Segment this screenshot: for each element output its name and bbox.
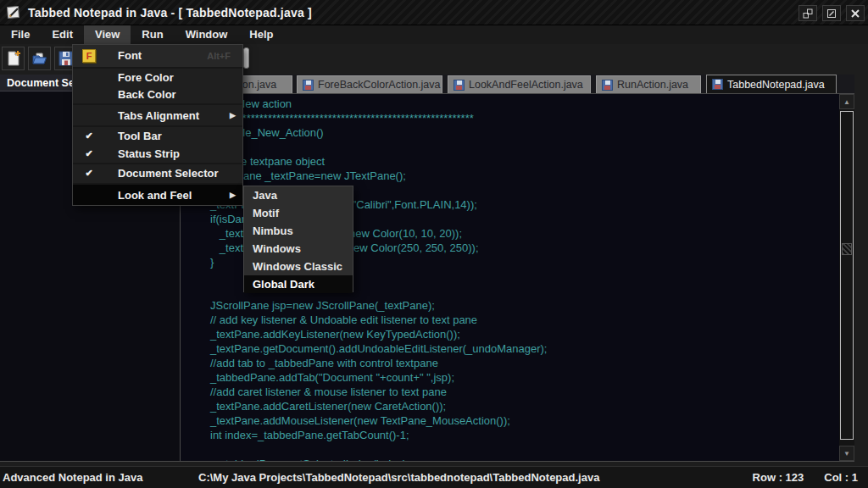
app-window: Tabbed Notepad in Java - [ TabbedNotepad… [0,0,868,488]
checkmark-icon: ✔ [85,130,92,141]
code-line: //add caret listener & mouse listener to… [210,385,854,399]
code-line: _tabbedPane.setSelectedIndex(index); [210,457,854,462]
laf-item-global-dark-selected[interactable]: Global Dark [244,275,353,293]
title-bar: Tabbed Notepad in Java - [ TabbedNotepad… [0,0,868,25]
laf-item-windows-classic[interactable]: Windows Classic [244,258,353,275]
status-col-indicator: Col : 1 [824,471,858,484]
code-line: //create textpane object [210,154,854,169]
tab-label: ForeBackColorAction.java [318,79,441,91]
menu-window[interactable]: Window [175,25,239,44]
code-line: void File_New_Action() [210,125,854,140]
submenu-arrow-icon: ▶ [230,191,236,199]
code-line: _textPane.getDocument().addUndoableEditL… [210,341,854,356]
floppy-disk-icon [712,79,723,90]
font-shortcut: Alt+F [207,51,231,61]
code-line: // add key listener & Undoable edit list… [210,313,854,327]
checkmark-icon: ✔ [85,168,92,179]
code-line: _tabbedPane.addTab("Document "+count+" "… [210,370,854,385]
window-maximize-icon [826,8,837,19]
menu-item-tabs-alignment[interactable]: Tabs Alignment ▶ [73,105,242,125]
menu-item-fore-color[interactable]: Fore Color [73,69,242,86]
floppy-disk-icon [303,80,314,91]
open-file-button[interactable] [28,47,51,70]
laf-item-nimbus[interactable]: Nimbus [244,222,353,240]
notepad-pencil-icon [7,5,21,19]
code-line: //File New action [210,97,854,111]
tab-bar: FontAction.java ForeBackColorAction.java… [181,75,854,93]
toolbar-grip[interactable] [243,47,249,69]
menu-item-document-selector[interactable]: ✔ Document Selector [73,164,242,184]
scroll-up-button[interactable]: ▲ [839,94,854,109]
window-title: Tabbed Notepad in Java - [ TabbedNotepad… [28,6,312,19]
tab-label: LookAndFeelAction.java [469,79,583,91]
window-close-icon [850,8,860,19]
scroll-down-button[interactable]: ▼ [839,446,854,461]
tab-runaction[interactable]: RunAction.java [596,75,701,93]
vertical-scrollbar[interactable]: ▲ ▼ [839,94,854,461]
menu-item-font[interactable]: F Font Alt+F [73,45,242,67]
arrow-up-icon: ▲ [843,98,850,106]
code-line: //add tab to _tabbedPane with control te… [210,356,854,370]
code-line: //**************************************… [210,111,854,125]
laf-item-motif[interactable]: Motif [244,204,353,222]
menu-help[interactable]: Help [238,25,284,44]
window-restore-button[interactable] [798,5,817,21]
code-line [210,442,854,457]
status-row-indicator: Row : 123 [753,471,804,484]
floppy-disk-icon [453,80,465,91]
menu-item-back-color[interactable]: Back Color [73,86,242,104]
tab-label: RunAction.java [617,79,688,91]
font-F-icon: F [82,49,96,63]
code-line: int index=_tabbedPane.getTabCount()-1; [210,428,854,442]
code-line: JTextPane _textPane=new JTextPane(); [210,169,854,183]
status-app-name: Advanced Notepad in Java [0,471,198,484]
look-and-feel-submenu: Java Motif Nimbus Windows Windows Classi… [243,186,353,292]
status-file-path: C:\My Java Projects\TabbedNotepad\src\ta… [198,471,599,484]
menu-view[interactable]: View [84,25,131,44]
menu-file[interactable]: File [0,25,41,44]
view-menu: F Font Alt+F Fore Color Back Color Tabs … [72,44,243,206]
menu-edit[interactable]: Edit [41,25,84,44]
arrow-down-icon: ▼ [843,450,850,458]
code-line: JScrollPane jsp=new JScrollPane(_textPan… [210,298,854,313]
checkmark-icon: ✔ [85,148,92,159]
laf-item-windows[interactable]: Windows [244,240,353,258]
code-line: _textPane.addCaretListener(new CaretActi… [210,399,854,413]
laf-item-java[interactable]: Java [244,186,353,204]
menu-bar: File Edit View Run Window Help [0,25,868,44]
floppy-disk-icon [602,80,613,91]
submenu-arrow-icon: ▶ [230,111,236,119]
new-document-button[interactable] [2,47,25,70]
tab-lookandfeelaction[interactable]: LookAndFeelAction.java [448,75,591,93]
scrollbar-grip-icon [842,243,852,255]
tab-label: TabbedNotepad.java [727,79,825,91]
code-line: _textPane.addKeyListener(new KeyTypedAct… [210,327,854,341]
status-bar: Advanced Notepad in Java C:\My Java Proj… [0,466,868,488]
menu-item-look-and-feel[interactable]: Look and Feel ▶ [73,185,242,205]
menu-run[interactable]: Run [131,25,174,44]
new-document-icon [5,50,22,67]
code-line: { [210,140,854,154]
scrollbar-thumb[interactable] [840,111,854,440]
tab-tabbednotepad-selected[interactable]: TabbedNotepad.java [706,75,837,93]
open-folder-icon [31,50,48,67]
tab-forebackcoloraction[interactable]: ForeBackColorAction.java [297,75,442,93]
window-close-button[interactable] [846,5,865,21]
menu-item-status-strip[interactable]: ✔ Status Strip [73,145,242,163]
menu-item-tool-bar[interactable]: ✔ Tool Bar [73,127,242,145]
window-controls [798,5,865,21]
window-maximize-button[interactable] [822,5,841,21]
code-line: _textPane.addMouseListener(new TextPane_… [210,413,854,428]
window-restore-icon [803,8,813,19]
